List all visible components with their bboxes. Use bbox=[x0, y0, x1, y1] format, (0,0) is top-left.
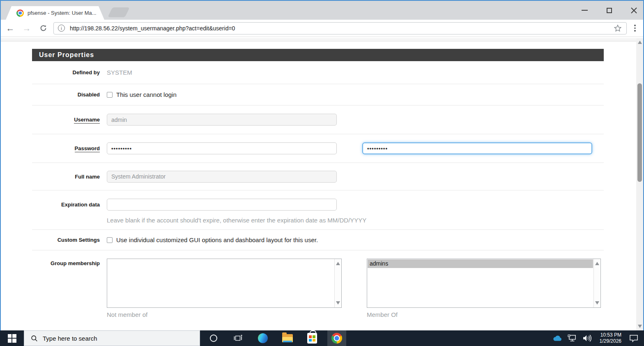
custom-settings-checkbox[interactable] bbox=[107, 237, 113, 243]
file-explorer-icon bbox=[282, 334, 293, 342]
row-username: Username bbox=[32, 105, 604, 134]
tab-favicon bbox=[16, 9, 24, 17]
disabled-checkbox-label: This user cannot login bbox=[116, 91, 177, 98]
page-top-strip bbox=[1, 38, 643, 41]
not-member-of-group: Not member of bbox=[107, 259, 342, 318]
full-name-label: Full name bbox=[32, 174, 100, 180]
listbox-scrollbar[interactable] bbox=[593, 259, 600, 307]
chrome-button[interactable] bbox=[327, 330, 346, 346]
volume-icon[interactable] bbox=[582, 335, 592, 342]
row-custom-settings: Custom Settings Use individual customize… bbox=[32, 230, 604, 250]
task-view-button[interactable] bbox=[229, 330, 248, 346]
row-password: Password bbox=[32, 134, 604, 163]
screen: pfsense - System: User Ma... ← → bbox=[0, 0, 644, 346]
bookmark-star-icon[interactable] bbox=[613, 24, 622, 33]
scrollbar-thumb[interactable] bbox=[637, 83, 642, 182]
window-controls bbox=[578, 6, 640, 15]
member-of-caption: Member Of bbox=[367, 311, 601, 318]
action-center-icon[interactable] bbox=[629, 335, 638, 342]
store-button[interactable] bbox=[303, 330, 322, 346]
minimize-button[interactable] bbox=[578, 6, 591, 15]
back-icon: ← bbox=[6, 24, 15, 32]
browser-scrollbar[interactable] bbox=[636, 38, 643, 330]
not-member-of-listbox[interactable] bbox=[107, 259, 342, 308]
network-icon[interactable] bbox=[568, 335, 577, 342]
taskbar-clock[interactable]: 10:53 PM 1/29/2026 bbox=[600, 332, 621, 344]
custom-settings-checkbox-label: Use individual customized GUI options an… bbox=[116, 236, 318, 243]
taskbar-search-box[interactable]: Type here to search bbox=[24, 330, 200, 346]
clock-time: 10:53 PM bbox=[600, 332, 621, 338]
file-explorer-button[interactable] bbox=[278, 330, 297, 346]
forward-icon: → bbox=[23, 24, 31, 32]
page-info-icon[interactable]: i bbox=[58, 25, 65, 32]
panel-header: User Properties bbox=[32, 49, 604, 61]
onedrive-icon[interactable] bbox=[552, 335, 562, 342]
disabled-checkbox[interactable] bbox=[107, 92, 113, 98]
cortana-icon bbox=[210, 335, 217, 342]
address-bar[interactable]: i http://198.28.56.22/system_usermanager… bbox=[53, 22, 627, 34]
page-content: User Properties Defined by SYSTEM Disabl… bbox=[1, 38, 643, 330]
windows-logo-icon bbox=[8, 334, 16, 343]
tab-strip: pfsense - System: User Ma... bbox=[1, 1, 643, 20]
taskbar-icons bbox=[204, 330, 352, 346]
username-label[interactable]: Username bbox=[32, 117, 100, 123]
row-disabled: Disabled This user cannot login bbox=[32, 84, 604, 105]
start-button[interactable] bbox=[0, 330, 24, 346]
full-name-input[interactable] bbox=[107, 171, 337, 183]
disabled-label: Disabled bbox=[32, 92, 100, 98]
group-membership-label: Group membership bbox=[32, 250, 100, 266]
list-item-admins[interactable]: admins bbox=[368, 259, 593, 268]
custom-settings-label: Custom Settings bbox=[32, 237, 100, 243]
maximize-button[interactable] bbox=[603, 6, 615, 15]
row-group-membership: Group membership Not member of bbox=[32, 250, 604, 324]
member-of-group: admins Member Of bbox=[367, 259, 601, 318]
reload-icon bbox=[39, 24, 47, 32]
expiration-label: Expiration data bbox=[32, 190, 100, 208]
reload-button[interactable] bbox=[36, 21, 50, 35]
password-label[interactable]: Password bbox=[32, 145, 100, 151]
edge-icon bbox=[258, 333, 268, 343]
user-properties-panel: User Properties Defined by SYSTEM Disabl… bbox=[32, 49, 604, 324]
scroll-down-icon[interactable] bbox=[638, 325, 642, 328]
not-member-of-caption: Not member of bbox=[107, 311, 342, 318]
search-icon bbox=[31, 335, 38, 342]
scroll-up-icon[interactable] bbox=[336, 262, 340, 265]
clock-date: 1/29/2026 bbox=[600, 338, 621, 344]
url-text[interactable]: http://198.28.56.22/system_usermanager.p… bbox=[70, 25, 613, 32]
row-expiration: Expiration data Leave blank if the accou… bbox=[32, 190, 604, 230]
expiration-hint: Leave blank if the account should't expi… bbox=[107, 217, 366, 224]
member-of-listbox[interactable]: admins bbox=[367, 259, 601, 308]
scroll-up-icon[interactable] bbox=[638, 41, 642, 44]
row-full-name: Full name bbox=[32, 163, 604, 190]
close-button[interactable] bbox=[628, 6, 640, 15]
system-tray: 10:53 PM 1/29/2026 bbox=[552, 330, 644, 346]
store-icon bbox=[307, 333, 317, 344]
windows-taskbar: Type here to search bbox=[0, 330, 644, 346]
password-confirm-input[interactable] bbox=[362, 142, 592, 154]
browser-toolbar: ← → i http://198.28.56.22/system_userman… bbox=[1, 20, 643, 37]
close-icon bbox=[631, 7, 637, 14]
username-input[interactable] bbox=[107, 114, 337, 126]
defined-by-value: SYSTEM bbox=[107, 69, 132, 76]
search-placeholder-text: Type here to search bbox=[43, 335, 97, 342]
defined-by-label: Defined by bbox=[32, 69, 100, 76]
listbox-scrollbar[interactable] bbox=[334, 259, 341, 307]
scroll-down-icon[interactable] bbox=[336, 301, 340, 305]
browser-menu-button[interactable] bbox=[631, 21, 639, 35]
edge-button[interactable] bbox=[253, 330, 272, 346]
tab-title: pfsense - System: User Ma... bbox=[28, 10, 96, 16]
expiration-input[interactable] bbox=[107, 199, 337, 211]
back-button[interactable]: ← bbox=[3, 21, 17, 35]
chrome-icon bbox=[331, 333, 342, 344]
browser-window: pfsense - System: User Ma... ← → bbox=[0, 0, 644, 330]
new-tab-button[interactable] bbox=[108, 7, 130, 17]
cortana-button[interactable] bbox=[204, 330, 223, 346]
row-defined-by: Defined by SYSTEM bbox=[32, 61, 604, 84]
forward-button[interactable]: → bbox=[20, 21, 34, 35]
browser-tab[interactable]: pfsense - System: User Ma... bbox=[6, 6, 104, 20]
scroll-down-icon[interactable] bbox=[595, 301, 599, 305]
scroll-up-icon[interactable] bbox=[595, 262, 599, 265]
task-view-icon bbox=[234, 335, 243, 342]
password-input[interactable] bbox=[107, 142, 337, 154]
